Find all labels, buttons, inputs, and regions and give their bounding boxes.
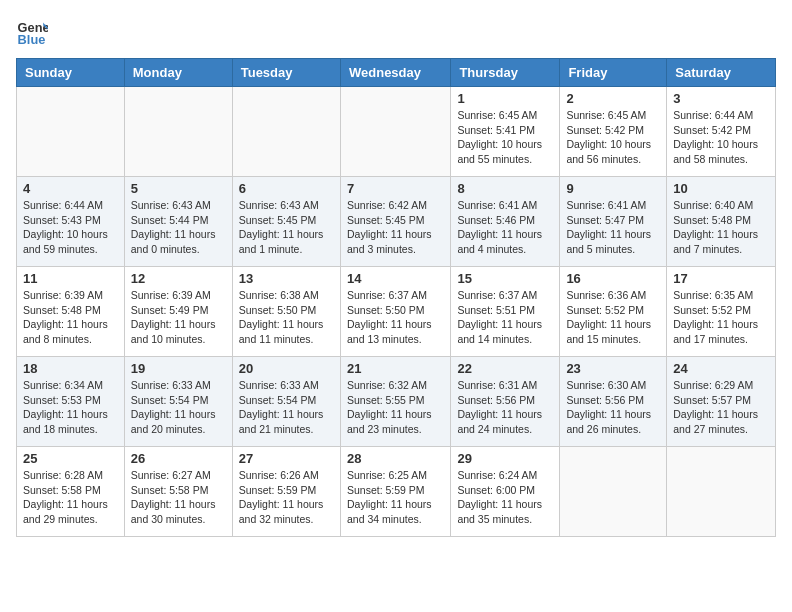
day-info: Sunrise: 6:38 AM Sunset: 5:50 PM Dayligh…: [239, 288, 334, 347]
calendar-cell: [560, 447, 667, 537]
calendar-cell: 19Sunrise: 6:33 AM Sunset: 5:54 PM Dayli…: [124, 357, 232, 447]
calendar-cell: [232, 87, 340, 177]
calendar-cell: 10Sunrise: 6:40 AM Sunset: 5:48 PM Dayli…: [667, 177, 776, 267]
calendar-cell: 22Sunrise: 6:31 AM Sunset: 5:56 PM Dayli…: [451, 357, 560, 447]
day-info: Sunrise: 6:31 AM Sunset: 5:56 PM Dayligh…: [457, 378, 553, 437]
day-number: 14: [347, 271, 444, 286]
day-number: 19: [131, 361, 226, 376]
calendar-cell: 17Sunrise: 6:35 AM Sunset: 5:52 PM Dayli…: [667, 267, 776, 357]
day-number: 23: [566, 361, 660, 376]
day-header-friday: Friday: [560, 59, 667, 87]
day-info: Sunrise: 6:37 AM Sunset: 5:50 PM Dayligh…: [347, 288, 444, 347]
day-header-tuesday: Tuesday: [232, 59, 340, 87]
day-info: Sunrise: 6:34 AM Sunset: 5:53 PM Dayligh…: [23, 378, 118, 437]
calendar-cell: 9Sunrise: 6:41 AM Sunset: 5:47 PM Daylig…: [560, 177, 667, 267]
calendar-cell: 7Sunrise: 6:42 AM Sunset: 5:45 PM Daylig…: [340, 177, 450, 267]
day-info: Sunrise: 6:43 AM Sunset: 5:44 PM Dayligh…: [131, 198, 226, 257]
day-number: 25: [23, 451, 118, 466]
day-number: 21: [347, 361, 444, 376]
calendar-week-3: 11Sunrise: 6:39 AM Sunset: 5:48 PM Dayli…: [17, 267, 776, 357]
calendar-cell: 12Sunrise: 6:39 AM Sunset: 5:49 PM Dayli…: [124, 267, 232, 357]
day-number: 17: [673, 271, 769, 286]
day-info: Sunrise: 6:36 AM Sunset: 5:52 PM Dayligh…: [566, 288, 660, 347]
day-number: 18: [23, 361, 118, 376]
calendar-week-4: 18Sunrise: 6:34 AM Sunset: 5:53 PM Dayli…: [17, 357, 776, 447]
day-header-wednesday: Wednesday: [340, 59, 450, 87]
calendar-cell: 1Sunrise: 6:45 AM Sunset: 5:41 PM Daylig…: [451, 87, 560, 177]
calendar-week-5: 25Sunrise: 6:28 AM Sunset: 5:58 PM Dayli…: [17, 447, 776, 537]
calendar-cell: 26Sunrise: 6:27 AM Sunset: 5:58 PM Dayli…: [124, 447, 232, 537]
day-number: 5: [131, 181, 226, 196]
day-info: Sunrise: 6:41 AM Sunset: 5:47 PM Dayligh…: [566, 198, 660, 257]
day-header-saturday: Saturday: [667, 59, 776, 87]
day-number: 2: [566, 91, 660, 106]
calendar-cell: 29Sunrise: 6:24 AM Sunset: 6:00 PM Dayli…: [451, 447, 560, 537]
day-number: 3: [673, 91, 769, 106]
day-info: Sunrise: 6:32 AM Sunset: 5:55 PM Dayligh…: [347, 378, 444, 437]
day-info: Sunrise: 6:45 AM Sunset: 5:42 PM Dayligh…: [566, 108, 660, 167]
day-header-monday: Monday: [124, 59, 232, 87]
calendar-header-row: SundayMondayTuesdayWednesdayThursdayFrid…: [17, 59, 776, 87]
day-info: Sunrise: 6:33 AM Sunset: 5:54 PM Dayligh…: [239, 378, 334, 437]
day-number: 15: [457, 271, 553, 286]
day-info: Sunrise: 6:24 AM Sunset: 6:00 PM Dayligh…: [457, 468, 553, 527]
day-info: Sunrise: 6:44 AM Sunset: 5:43 PM Dayligh…: [23, 198, 118, 257]
day-info: Sunrise: 6:39 AM Sunset: 5:49 PM Dayligh…: [131, 288, 226, 347]
day-header-thursday: Thursday: [451, 59, 560, 87]
calendar-cell: 8Sunrise: 6:41 AM Sunset: 5:46 PM Daylig…: [451, 177, 560, 267]
day-info: Sunrise: 6:33 AM Sunset: 5:54 PM Dayligh…: [131, 378, 226, 437]
day-info: Sunrise: 6:41 AM Sunset: 5:46 PM Dayligh…: [457, 198, 553, 257]
day-number: 20: [239, 361, 334, 376]
day-number: 26: [131, 451, 226, 466]
calendar-cell: 2Sunrise: 6:45 AM Sunset: 5:42 PM Daylig…: [560, 87, 667, 177]
calendar-cell: 21Sunrise: 6:32 AM Sunset: 5:55 PM Dayli…: [340, 357, 450, 447]
day-number: 11: [23, 271, 118, 286]
calendar-table: SundayMondayTuesdayWednesdayThursdayFrid…: [16, 58, 776, 537]
calendar-cell: 13Sunrise: 6:38 AM Sunset: 5:50 PM Dayli…: [232, 267, 340, 357]
day-number: 13: [239, 271, 334, 286]
day-info: Sunrise: 6:43 AM Sunset: 5:45 PM Dayligh…: [239, 198, 334, 257]
calendar-week-2: 4Sunrise: 6:44 AM Sunset: 5:43 PM Daylig…: [17, 177, 776, 267]
calendar-cell: 3Sunrise: 6:44 AM Sunset: 5:42 PM Daylig…: [667, 87, 776, 177]
calendar-cell: [17, 87, 125, 177]
calendar-cell: 6Sunrise: 6:43 AM Sunset: 5:45 PM Daylig…: [232, 177, 340, 267]
day-info: Sunrise: 6:40 AM Sunset: 5:48 PM Dayligh…: [673, 198, 769, 257]
day-number: 28: [347, 451, 444, 466]
day-info: Sunrise: 6:30 AM Sunset: 5:56 PM Dayligh…: [566, 378, 660, 437]
day-info: Sunrise: 6:44 AM Sunset: 5:42 PM Dayligh…: [673, 108, 769, 167]
day-info: Sunrise: 6:45 AM Sunset: 5:41 PM Dayligh…: [457, 108, 553, 167]
calendar-cell: 24Sunrise: 6:29 AM Sunset: 5:57 PM Dayli…: [667, 357, 776, 447]
day-number: 22: [457, 361, 553, 376]
calendar-cell: 18Sunrise: 6:34 AM Sunset: 5:53 PM Dayli…: [17, 357, 125, 447]
calendar-cell: [340, 87, 450, 177]
svg-text:Blue: Blue: [18, 32, 46, 47]
day-info: Sunrise: 6:39 AM Sunset: 5:48 PM Dayligh…: [23, 288, 118, 347]
calendar-cell: 16Sunrise: 6:36 AM Sunset: 5:52 PM Dayli…: [560, 267, 667, 357]
day-number: 24: [673, 361, 769, 376]
day-info: Sunrise: 6:42 AM Sunset: 5:45 PM Dayligh…: [347, 198, 444, 257]
day-number: 27: [239, 451, 334, 466]
calendar-cell: 5Sunrise: 6:43 AM Sunset: 5:44 PM Daylig…: [124, 177, 232, 267]
day-number: 7: [347, 181, 444, 196]
day-number: 10: [673, 181, 769, 196]
day-info: Sunrise: 6:28 AM Sunset: 5:58 PM Dayligh…: [23, 468, 118, 527]
day-info: Sunrise: 6:26 AM Sunset: 5:59 PM Dayligh…: [239, 468, 334, 527]
calendar-cell: 14Sunrise: 6:37 AM Sunset: 5:50 PM Dayli…: [340, 267, 450, 357]
calendar-cell: 25Sunrise: 6:28 AM Sunset: 5:58 PM Dayli…: [17, 447, 125, 537]
day-number: 9: [566, 181, 660, 196]
day-info: Sunrise: 6:25 AM Sunset: 5:59 PM Dayligh…: [347, 468, 444, 527]
day-info: Sunrise: 6:37 AM Sunset: 5:51 PM Dayligh…: [457, 288, 553, 347]
calendar-cell: [667, 447, 776, 537]
day-info: Sunrise: 6:35 AM Sunset: 5:52 PM Dayligh…: [673, 288, 769, 347]
calendar-cell: 11Sunrise: 6:39 AM Sunset: 5:48 PM Dayli…: [17, 267, 125, 357]
day-number: 12: [131, 271, 226, 286]
header: General Blue: [16, 16, 776, 48]
day-info: Sunrise: 6:29 AM Sunset: 5:57 PM Dayligh…: [673, 378, 769, 437]
calendar-cell: 20Sunrise: 6:33 AM Sunset: 5:54 PM Dayli…: [232, 357, 340, 447]
day-number: 1: [457, 91, 553, 106]
calendar-cell: 4Sunrise: 6:44 AM Sunset: 5:43 PM Daylig…: [17, 177, 125, 267]
calendar-week-1: 1Sunrise: 6:45 AM Sunset: 5:41 PM Daylig…: [17, 87, 776, 177]
day-number: 16: [566, 271, 660, 286]
calendar-cell: 23Sunrise: 6:30 AM Sunset: 5:56 PM Dayli…: [560, 357, 667, 447]
day-header-sunday: Sunday: [17, 59, 125, 87]
